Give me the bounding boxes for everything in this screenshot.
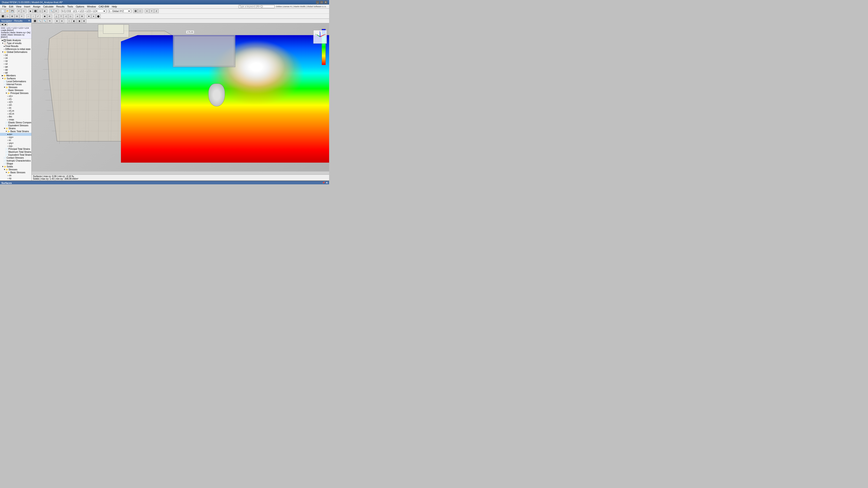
nav-u[interactable]: ○|u|	[0, 54, 31, 57]
nav-final-results[interactable]: ●Final Results	[0, 45, 31, 48]
tb-b18[interactable]: ♦	[91, 14, 96, 18]
nav-sigma1p[interactable]: ○σ1+	[0, 95, 31, 98]
nav-thetam[interactable]: ○θm	[0, 115, 31, 118]
nav-strains[interactable]: ▼📁Strains	[0, 127, 31, 130]
nav-isotropic[interactable]: 📄Isotropic Characteristics	[0, 159, 31, 162]
vt-btn-5[interactable]: ⊕	[55, 19, 59, 23]
nav-surfaces[interactable]: ▼📁Surfaces	[0, 77, 31, 80]
nav-principal-total[interactable]: 📄Principal Total Strains	[0, 148, 31, 151]
main-viewport[interactable]: ⬛ 🔍 🔍 ⟲ ⊕ ⊖ □ ◧ ◨ ⊞	[32, 19, 329, 181]
tb-b9[interactable]: ◉	[42, 14, 47, 18]
nav-sigma2m[interactable]: ○σ2-	[0, 103, 31, 106]
nav-sigma2p[interactable]: ○σ2+	[0, 101, 31, 103]
nav-sigmac[interactable]: ○σc	[0, 106, 31, 109]
tb-b11[interactable]: △	[54, 14, 59, 18]
tb-b8[interactable]: ⤢	[36, 14, 40, 18]
new-button[interactable]: 📄	[0, 9, 5, 13]
vt-btn-7[interactable]: □	[67, 19, 71, 23]
nav-sigma1m[interactable]: ○σ1-	[0, 98, 31, 101]
window-controls[interactable]: _ □ ✕	[316, 1, 327, 4]
nav-static-analysis[interactable]: ▶ 🔲 Static Analysis	[0, 39, 31, 42]
nav-phiz[interactable]: ○φz	[0, 71, 31, 74]
keyword-search-input[interactable]	[239, 5, 275, 8]
tb-b4[interactable]: ⊟	[15, 14, 19, 18]
tb-b15[interactable]: ⌀	[75, 14, 80, 18]
nav-surf-stresses[interactable]: ▼📁Stresses	[0, 86, 31, 89]
tb-btn-5[interactable]: 🔍	[49, 9, 54, 13]
tb-b14[interactable]: ▷	[68, 14, 73, 18]
vt-btn-4[interactable]: ⟲	[48, 19, 52, 23]
menu-results[interactable]: Results	[55, 4, 66, 8]
menu-edit[interactable]: Edit	[8, 4, 15, 8]
nav-members[interactable]: ▶📁Members	[0, 74, 31, 77]
vt-btn-2[interactable]: 🔍	[37, 19, 42, 23]
vt-btn-10[interactable]: ⊞	[82, 19, 86, 23]
nav-collapse-btn[interactable]: ◀	[0, 23, 4, 26]
tb-btn-6[interactable]: ✏	[54, 9, 59, 13]
nav-max-total[interactable]: 📄Maximum Total Strains	[0, 151, 31, 153]
nav-internal-forces[interactable]: 📄Internal Forces	[0, 83, 31, 86]
tb-a2[interactable]: Y	[149, 9, 154, 13]
nav-uz[interactable]: ○uz	[0, 62, 31, 65]
3d-model-canvas[interactable]: 175.00 X Y Z Surfaces | max εy: 0.06	[32, 19, 329, 181]
nav-contact-stresses[interactable]: 📄Contact Stresses	[0, 156, 31, 159]
tb-b2[interactable]: ▷	[5, 14, 10, 18]
tb-a1[interactable]: X	[145, 9, 149, 13]
nav-solids[interactable]: ▼📁Solids	[0, 165, 31, 168]
tb-btn-2[interactable]: ⬛	[33, 9, 37, 13]
nav-taumax[interactable]: ○τmax	[0, 118, 31, 121]
view-combo[interactable]: 1 - Global XYZ ▼	[108, 9, 131, 13]
nav-close-btn[interactable]: ✕	[28, 19, 30, 22]
tb-b3[interactable]: ⊞	[10, 14, 14, 18]
vt-btn-6[interactable]: ⊖	[60, 19, 64, 23]
nav-epsyy-minus[interactable]: ○εyy-	[0, 144, 31, 148]
nav-solid-sy[interactable]: ○σy	[0, 177, 31, 180]
nav-phiy[interactable]: ○φy	[0, 68, 31, 71]
vt-btn-8[interactable]: ◧	[72, 19, 76, 23]
nav-equiv-total[interactable]: 📄Equivalent Total Strains	[0, 153, 31, 156]
vt-btn-9[interactable]: ◨	[77, 19, 81, 23]
menu-insert[interactable]: Insert	[23, 4, 32, 8]
nav-global-deform[interactable]: ▼ 📁 Global Deformations	[0, 51, 31, 54]
vt-btn-3[interactable]: 🔍	[42, 19, 47, 23]
bottom-pin-btn[interactable]: 📌	[322, 182, 325, 184]
nav-expand-btn[interactable]: ▶	[4, 23, 7, 26]
nav-equiv-stresses[interactable]: 📄Equivalent Stresses	[0, 124, 31, 127]
nav-epsyy-plus[interactable]: ○εyy+	[0, 136, 31, 139]
tb-b10[interactable]: ⊘	[47, 14, 52, 18]
nav-gammaxy[interactable]: ○γxy+	[0, 142, 31, 144]
save-button[interactable]: 💾	[10, 9, 14, 13]
vt-btn-1[interactable]: ⬛	[33, 19, 37, 23]
nav-solid-stresses[interactable]: ▼📁Stresses	[0, 168, 31, 171]
menu-calculate[interactable]: Calculate	[42, 4, 55, 8]
bottom-close-btn[interactable]: ✕	[326, 182, 328, 184]
menu-view[interactable]: View	[15, 4, 23, 8]
nav-principal-stresses[interactable]: ▼📁Principal Stresses	[0, 92, 31, 95]
menu-tools[interactable]: Tools	[66, 4, 74, 8]
tb-b1[interactable]: ⬛	[0, 14, 5, 18]
nav-epsx-plus[interactable]: ●εx+	[0, 133, 31, 136]
nav-elastic-stress[interactable]: 📄Elastic Stress Components	[0, 121, 31, 124]
tb-b12[interactable]: ▽	[59, 14, 63, 18]
tb-b16[interactable]: ⊕	[80, 14, 84, 18]
nav-shape[interactable]: 📄Shape	[0, 162, 31, 165]
menu-cad-bim[interactable]: CAD-BIM	[97, 4, 110, 8]
tb-btn-1[interactable]: ▶	[28, 9, 33, 13]
nav-sigma1m2[interactable]: ○σ1,m	[0, 109, 31, 112]
nav-ux[interactable]: ○ux	[0, 57, 31, 59]
nav-phix[interactable]: ○φx	[0, 65, 31, 68]
undo-button[interactable]: ↩	[17, 9, 21, 13]
render-btn[interactable]: 🖼	[133, 9, 138, 13]
nav-basic-total-strains[interactable]: ▼📁Basic Total Strains	[0, 130, 31, 133]
nav-local-deform[interactable]: 📄Local Deformations	[0, 80, 31, 83]
menu-assign[interactable]: Assign	[32, 4, 42, 8]
nav-sigma2m2[interactable]: ○σ2,m	[0, 112, 31, 115]
nav-type-of-results[interactable]: ▼ 📋 Type of results	[0, 42, 31, 45]
redo-button[interactable]: ↪	[22, 9, 26, 13]
load-combo[interactable]: S:C| CO2 · LC1 + LC2 + LC3 + LC4 ▼	[61, 9, 106, 13]
nav-solid-sz[interactable]: ○σz	[0, 180, 31, 181]
nav-differences[interactable]: ○Differences to initial state	[0, 48, 31, 51]
nav-basic-stresses[interactable]: 📄Basic Stresses	[0, 89, 31, 92]
maximize-button[interactable]: □	[320, 1, 323, 4]
tb-b7[interactable]: ↕	[31, 14, 35, 18]
